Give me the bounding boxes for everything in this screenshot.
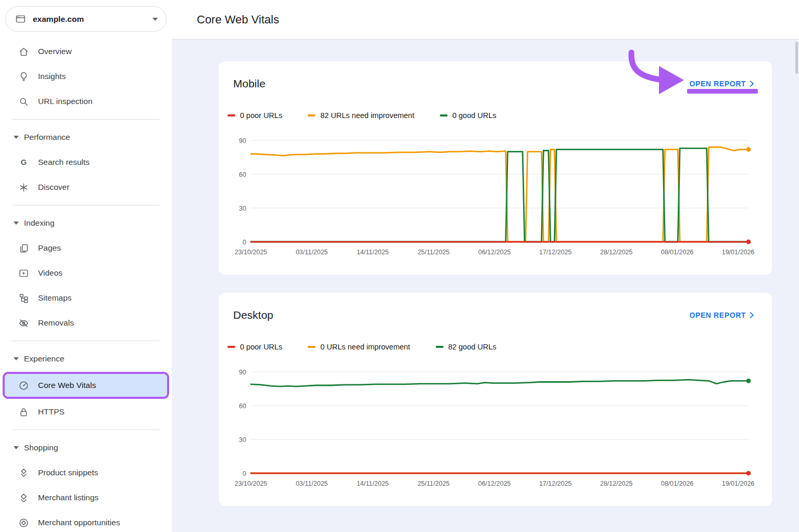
- sidebar-item-merchant-listings[interactable]: Merchant listings: [0, 485, 172, 510]
- sidebar-item-label: Videos: [38, 268, 62, 278]
- sidebar-section-indexing[interactable]: Indexing: [0, 211, 172, 236]
- svg-text:60: 60: [239, 403, 246, 410]
- sidebar-item-search-results[interactable]: G Search results: [0, 150, 172, 175]
- section-label: Indexing: [24, 218, 55, 228]
- svg-text:14/11/2025: 14/11/2025: [357, 480, 389, 487]
- legend-item-need-improvement[interactable]: 82 URLs need improvement: [308, 111, 414, 120]
- svg-text:30: 30: [239, 205, 246, 212]
- caret-down-icon: [14, 357, 19, 360]
- cwv-chart-desktop: 030609023/10/202503/11/202514/11/202525/…: [233, 366, 756, 492]
- legend-item-poor[interactable]: 0 poor URLs: [227, 343, 282, 351]
- card-mobile: Mobile OPEN REPORT 0 poor URLs 82 URLs n…: [219, 61, 772, 275]
- sidebar-nav: Overview Insights URL inspection Perform…: [0, 39, 172, 532]
- sidebar-divider: [12, 341, 159, 341]
- svg-text:23/10/2025: 23/10/2025: [235, 480, 268, 487]
- svg-text:0: 0: [243, 239, 246, 246]
- speedometer-icon: [18, 380, 29, 391]
- opportunities-icon: [18, 517, 29, 528]
- pages-icon: [18, 242, 29, 254]
- chart-legend-desktop: 0 poor URLs 0 URLs need improvement 82 g…: [219, 342, 772, 352]
- sidebar-item-pages[interactable]: Pages: [0, 236, 172, 261]
- main-header: Core Web Vitals: [172, 0, 799, 40]
- snippets-icon: [18, 467, 29, 478]
- legend-item-poor[interactable]: 0 poor URLs: [227, 111, 282, 120]
- lightbulb-icon: [18, 71, 29, 82]
- svg-text:08/01/2026: 08/01/2026: [661, 249, 694, 256]
- section-label: Experience: [24, 354, 65, 364]
- svg-text:17/12/2025: 17/12/2025: [539, 480, 572, 487]
- sidebar-item-overview[interactable]: Overview: [0, 39, 172, 64]
- open-report-label: OPEN REPORT: [689, 80, 746, 88]
- sidebar-section-experience[interactable]: Experience: [0, 346, 172, 371]
- legend-dash-poor: [227, 346, 235, 348]
- caret-down-icon: [14, 222, 19, 225]
- svg-text:14/11/2025: 14/11/2025: [357, 249, 389, 256]
- sidebar-item-product-snippets[interactable]: Product snippets: [0, 460, 172, 485]
- svg-text:30: 30: [239, 436, 246, 444]
- svg-text:60: 60: [239, 171, 246, 178]
- property-selector[interactable]: example.com: [5, 6, 167, 32]
- svg-text:23/10/2025: 23/10/2025: [235, 249, 268, 256]
- card-desktop: Desktop OPEN REPORT 0 poor URLs 0 URLs n…: [219, 293, 772, 506]
- chevron-right-icon: [747, 79, 756, 88]
- home-icon: [18, 46, 29, 57]
- sidebar-section-shopping[interactable]: Shopping: [0, 435, 172, 460]
- sidebar-item-label: URL inspection: [38, 97, 93, 106]
- sidebar-item-label: Product snippets: [38, 468, 98, 477]
- sidebar-item-https[interactable]: HTTPS: [0, 399, 172, 424]
- sidebar-divider: [12, 119, 159, 120]
- sidebar-item-label: HTTPS: [38, 407, 65, 417]
- open-report-link-mobile[interactable]: OPEN REPORT: [689, 79, 756, 88]
- sidebar-item-sitemaps[interactable]: Sitemaps: [0, 286, 172, 310]
- annotation-highlight-box: Core Web Vitals: [3, 372, 169, 399]
- legend-dash-need-improvement: [308, 346, 315, 348]
- legend-label: 0 URLs need improvement: [320, 343, 410, 351]
- sidebar-divider: [12, 430, 159, 430]
- svg-text:19/01/2026: 19/01/2026: [722, 480, 755, 487]
- lock-icon: [18, 406, 29, 418]
- sidebar-item-label: Sitemaps: [38, 293, 72, 303]
- sidebar-item-insights[interactable]: Insights: [0, 64, 172, 89]
- sidebar-item-merchant-opportunities[interactable]: Merchant opportunities: [0, 510, 172, 532]
- sidebar-item-videos[interactable]: Videos: [0, 261, 172, 286]
- section-label: Shopping: [24, 443, 58, 452]
- sidebar-item-removals[interactable]: Removals: [0, 310, 172, 335]
- legend-label: 82 URLs need improvement: [320, 111, 414, 120]
- property-label: example.com: [33, 15, 146, 24]
- page-title: Core Web Vitals: [197, 13, 279, 27]
- scrollbar-thumb[interactable]: [795, 42, 798, 74]
- sidebar-item-label: Insights: [38, 72, 66, 81]
- google-g-icon: G: [18, 157, 29, 168]
- legend-dash-good: [436, 346, 443, 348]
- sitemap-icon: [18, 292, 29, 304]
- main-content: Mobile OPEN REPORT 0 poor URLs 82 URLs n…: [172, 40, 799, 532]
- sidebar-item-label: Discover: [38, 183, 69, 192]
- caret-down-icon: [14, 446, 19, 449]
- svg-text:17/12/2025: 17/12/2025: [539, 249, 572, 256]
- sidebar-section-performance[interactable]: Performance: [0, 125, 172, 150]
- legend-item-good[interactable]: 0 good URLs: [440, 111, 497, 120]
- sidebar-item-discover[interactable]: Discover: [0, 175, 172, 200]
- sidebar-item-label: Merchant listings: [38, 493, 98, 502]
- sidebar-item-label: Pages: [38, 243, 61, 253]
- sidebar-item-url-inspection[interactable]: URL inspection: [0, 89, 172, 114]
- legend-item-good[interactable]: 82 good URLs: [436, 343, 497, 351]
- svg-text:28/12/2025: 28/12/2025: [600, 480, 633, 487]
- svg-text:90: 90: [239, 137, 246, 145]
- magnifier-icon: [18, 96, 29, 107]
- svg-text:06/12/2025: 06/12/2025: [478, 249, 511, 256]
- card-title-desktop: Desktop: [233, 309, 273, 321]
- caret-down-icon: [153, 18, 158, 21]
- caret-down-icon: [14, 136, 19, 139]
- legend-item-need-improvement[interactable]: 0 URLs need improvement: [308, 343, 410, 351]
- legend-dash-good: [440, 114, 448, 116]
- legend-dash-poor: [227, 114, 235, 116]
- sidebar-item-label: Search results: [38, 158, 90, 167]
- sidebar-item-label: Core Web Vitals: [38, 381, 96, 390]
- open-report-link-desktop[interactable]: OPEN REPORT: [689, 310, 756, 320]
- sidebar-item-label: Merchant opportunities: [38, 518, 120, 527]
- eye-off-icon: [18, 317, 29, 329]
- legend-label: 0 good URLs: [452, 111, 497, 120]
- legend-label: 0 poor URLs: [240, 343, 282, 351]
- sidebar-item-core-web-vitals[interactable]: Core Web Vitals: [5, 374, 167, 397]
